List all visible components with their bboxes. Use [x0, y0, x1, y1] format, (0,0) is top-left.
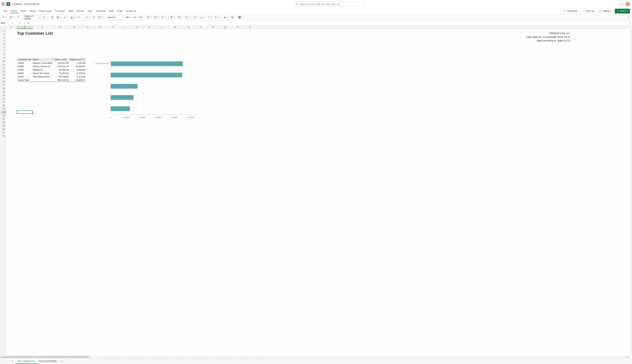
- table-cell[interactable]: Adatum Corporation: [32, 61, 54, 65]
- ribbon-tab-automate[interactable]: Automate: [94, 9, 107, 13]
- row-header[interactable]: 30: [0, 128, 6, 131]
- formula-bar-expand-button[interactable]: [628, 23, 632, 24]
- row-header[interactable]: 25: [0, 110, 6, 114]
- ribbon-tab-file[interactable]: File: [2, 9, 9, 13]
- table-cell[interactable]: 4,214.60: [70, 75, 86, 78]
- editing-mode-button[interactable]: Editing: [597, 9, 613, 14]
- ribbon-expand-button[interactable]: [626, 15, 631, 20]
- fx-icon[interactable]: fx: [26, 22, 30, 24]
- search-box[interactable]: [294, 2, 365, 7]
- format-cells-button[interactable]: [160, 15, 167, 20]
- row-header[interactable]: 5: [0, 42, 6, 46]
- more-formatting-button[interactable]: •••: [76, 15, 82, 20]
- number-format-select[interactable]: General: [106, 15, 125, 20]
- column-header[interactable]: E: [67, 26, 82, 29]
- report-table[interactable]: Customer NoNameSales (LCY)Balance (LCY) …: [17, 58, 86, 82]
- ribbon-tab-draw[interactable]: Draw: [116, 9, 124, 13]
- row-header[interactable]: 32: [0, 134, 6, 138]
- column-header[interactable]: J: [131, 26, 143, 29]
- app-launcher-icon[interactable]: [2, 2, 5, 6]
- row-header[interactable]: 21: [0, 97, 6, 100]
- table-header[interactable]: Balance (LCY): [70, 58, 86, 61]
- sales-chart[interactable]: 050000100000150000200000250000Trey Resea…: [95, 58, 190, 120]
- find-button[interactable]: [214, 15, 220, 20]
- name-box-input[interactable]: [1, 22, 11, 24]
- row-header[interactable]: 23: [0, 104, 6, 107]
- font-color-button[interactable]: A: [70, 15, 76, 20]
- filter-icon[interactable]: [30, 59, 31, 60]
- row-header[interactable]: 20: [0, 94, 6, 97]
- column-header[interactable]: N: [183, 26, 195, 29]
- table-cell[interactable]: 30000: [17, 65, 32, 68]
- filter-icon[interactable]: [52, 59, 54, 60]
- table-cell[interactable]: 71,453.00: [54, 72, 70, 75]
- insert-cells-button[interactable]: [146, 15, 152, 20]
- column-header[interactable]: I: [119, 26, 131, 29]
- font-size-select[interactable]: 11: [42, 15, 49, 20]
- increase-decimal-button[interactable]: .0▸: [132, 15, 137, 20]
- name-box[interactable]: [0, 21, 18, 25]
- table-cell[interactable]: 83,956.40: [54, 68, 70, 72]
- table-cell[interactable]: School of Fine Art: [32, 65, 54, 68]
- column-header[interactable]: C: [33, 26, 52, 29]
- row-header[interactable]: 9: [0, 56, 6, 60]
- table-cell[interactable]: Alpine Ski House: [32, 72, 54, 75]
- column-header[interactable]: F: [82, 26, 94, 29]
- ribbon-tab-view[interactable]: View: [86, 9, 94, 13]
- column-header[interactable]: K: [143, 26, 156, 29]
- all-sheets-button[interactable]: [10, 359, 14, 363]
- row-header[interactable]: 3: [0, 36, 6, 39]
- document-title[interactable]: Customer - Top List Excel: [12, 3, 39, 6]
- ribbon-tab-review[interactable]: Review: [75, 9, 86, 13]
- row-header[interactable]: 26: [0, 114, 6, 117]
- row-header[interactable]: 22: [0, 100, 6, 104]
- column-header[interactable]: M: [168, 26, 183, 29]
- clear-button[interactable]: [199, 15, 206, 20]
- table-cell[interactable]: 20000: [17, 75, 32, 78]
- font-name-select[interactable]: Segoe UI (Body): [23, 15, 41, 20]
- fill-color-button[interactable]: [62, 15, 69, 20]
- ribbon-tab-home[interactable]: Home: [9, 9, 19, 13]
- chart-bar[interactable]: [111, 84, 138, 88]
- table-row[interactable]: 20000Trey Research1259,793.004,214.60: [17, 75, 86, 78]
- add-sheet-button[interactable]: ＋: [60, 360, 64, 363]
- row-header[interactable]: 17: [0, 83, 6, 87]
- ribbon-tab-script-lab[interactable]: Script Lab: [124, 9, 138, 13]
- scroll-right-arrow[interactable]: ▶: [627, 356, 630, 358]
- cell-styles-button[interactable]: [184, 15, 190, 20]
- row-header[interactable]: 7: [0, 49, 6, 53]
- column-header[interactable]: G: [94, 26, 106, 29]
- cancel-formula-button[interactable]: ✕: [18, 22, 22, 24]
- table-row[interactable]: 30000School of Fine Art223,316.7042,394.…: [17, 65, 86, 68]
- row-headers[interactable]: 1234567891011121314151617181920212223242…: [0, 29, 6, 356]
- autosum-button[interactable]: Σ: [193, 15, 198, 20]
- copilot-button[interactable]: [237, 15, 242, 20]
- table-cell[interactable]: 59,793.00: [54, 75, 70, 78]
- table-cell[interactable]: 225,613.00: [54, 61, 70, 65]
- table-cell[interactable]: 40000: [17, 72, 32, 75]
- table-cell[interactable]: 4,316.92: [70, 72, 86, 75]
- analyze-data-button[interactable]: [223, 15, 229, 20]
- table-header[interactable]: Customer No: [17, 58, 32, 61]
- column-header[interactable]: O: [195, 26, 207, 29]
- column-header[interactable]: Q: [220, 26, 232, 29]
- format-as-table-button[interactable]: [177, 15, 183, 20]
- row-header[interactable]: 1: [0, 29, 6, 32]
- row-header[interactable]: 29: [0, 124, 6, 128]
- row-header[interactable]: 6: [0, 46, 6, 49]
- table-row[interactable]: 50000Relecloud83,956.408,836.80: [17, 68, 86, 72]
- vertical-scrollbar[interactable]: [630, 26, 632, 356]
- column-header[interactable]: R: [232, 26, 244, 29]
- formula-bar-input[interactable]: [30, 21, 628, 25]
- add-ins-button[interactable]: [230, 15, 236, 20]
- column-header[interactable]: D: [52, 26, 67, 29]
- user-avatar[interactable]: ◔: [625, 2, 630, 7]
- row-header[interactable]: 4: [0, 39, 6, 42]
- row-header[interactable]: 2: [0, 32, 6, 36]
- sheet-nav-next[interactable]: [6, 359, 10, 363]
- table-cell[interactable]: 50000: [17, 68, 32, 72]
- column-header[interactable]: L: [156, 26, 168, 29]
- row-header[interactable]: 12: [0, 66, 6, 70]
- table-row[interactable]: 10000Adatum Corporation225,613.002,135.4…: [17, 61, 86, 65]
- merge-button[interactable]: [97, 15, 104, 20]
